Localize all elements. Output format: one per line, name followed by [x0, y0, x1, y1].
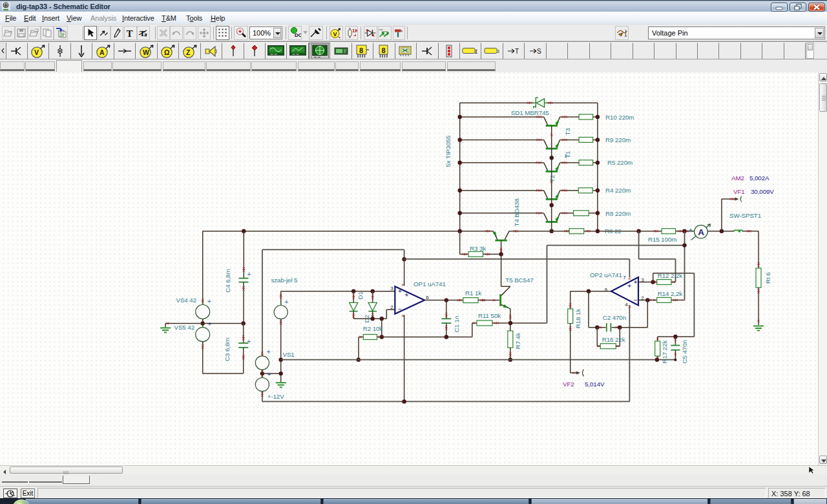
svg-text:VS5 42: VS5 42 — [174, 324, 195, 331]
svg-text:4: 4 — [625, 302, 628, 308]
svg-text:VS1: VS1 — [283, 351, 295, 358]
svg-text:+: + — [398, 288, 402, 295]
svg-text:OP1 uA741: OP1 uA741 — [414, 280, 446, 288]
svg-text:R18 1k: R18 1k — [574, 309, 581, 329]
svg-text:R7 4k: R7 4k — [514, 333, 521, 349]
svg-text:VF1: VF1 — [733, 188, 745, 195]
svg-text:S: S — [537, 48, 541, 55]
svg-text:+: + — [247, 271, 251, 278]
svg-text:AM2: AM2 — [731, 174, 744, 182]
svg-text:Ω: Ω — [164, 48, 169, 56]
svg-text:OP2 uA741: OP2 uA741 — [590, 271, 622, 278]
svg-text:R16 22k: R16 22k — [602, 336, 625, 343]
svg-text:R1 1k: R1 1k — [465, 289, 481, 297]
svg-text:R2 10k: R2 10k — [363, 325, 383, 332]
svg-text:3: 3 — [390, 286, 393, 291]
svg-text:+: + — [627, 282, 631, 289]
svg-text:R10 220m: R10 220m — [605, 114, 634, 121]
svg-text:R8 220m: R8 220m — [605, 210, 631, 217]
svg-text:SD1 MBR745: SD1 MBR745 — [511, 109, 550, 116]
svg-text:A: A — [698, 227, 704, 237]
svg-text:T: T — [515, 48, 519, 55]
svg-text:C1 1n: C1 1n — [453, 316, 460, 333]
svg-text:7: 7 — [623, 275, 626, 280]
svg-text:7: 7 — [475, 49, 477, 54]
svg-text:A: A — [99, 48, 105, 56]
svg-text:+: + — [285, 299, 289, 306]
svg-text:R11 50k: R11 50k — [478, 312, 501, 319]
svg-text:DC: DC — [295, 32, 301, 38]
svg-text:D1: D1 — [357, 291, 364, 299]
svg-text:30,009V: 30,009V — [751, 188, 774, 195]
svg-text:+: + — [207, 298, 211, 305]
svg-text:C3 6,8m: C3 6,8m — [224, 338, 231, 361]
svg-text:+: + — [405, 291, 409, 299]
svg-text:R15 100m: R15 100m — [648, 236, 676, 243]
svg-text:6: 6 — [426, 295, 429, 300]
svg-text:+: + — [267, 371, 271, 378]
svg-text:T5 BC547: T5 BC547 — [505, 277, 533, 284]
svg-text:+: + — [634, 278, 638, 286]
svg-text:−: − — [634, 297, 638, 304]
svg-text:V: V — [34, 48, 39, 56]
svg-text:6: 6 — [605, 287, 608, 293]
svg-text:R17 22k: R17 22k — [661, 341, 668, 364]
svg-text:R5 220m: R5 220m — [607, 159, 633, 166]
svg-text:5,014V: 5,014V — [585, 381, 605, 388]
svg-text:+: + — [247, 338, 251, 345]
svg-text:VF2: VF2 — [563, 381, 574, 388]
svg-text:+-12V: +-12V — [267, 393, 284, 400]
svg-text:5,002A: 5,002A — [749, 174, 769, 182]
svg-text:SW-SPST1: SW-SPST1 — [729, 212, 761, 219]
svg-text:T4 BD438: T4 BD438 — [513, 198, 520, 227]
svg-text:W: W — [143, 48, 149, 56]
svg-text:2: 2 — [390, 304, 393, 310]
svg-text:+: + — [267, 348, 271, 355]
svg-text:szab-jel 5: szab-jel 5 — [271, 277, 298, 284]
svg-text:Rt 6: Rt 6 — [764, 272, 771, 284]
svg-text:R9 220m: R9 220m — [605, 136, 631, 143]
svg-text:T3: T3 — [564, 128, 571, 136]
svg-text:1K: 1K — [352, 28, 357, 34]
svg-text:3: 3 — [497, 49, 499, 54]
svg-text:8: 8 — [381, 47, 385, 54]
svg-text:T1: T1 — [564, 151, 571, 158]
svg-text:R3 3k: R3 3k — [470, 245, 486, 252]
svg-text:VS4 42: VS4 42 — [176, 297, 197, 304]
svg-text:T: T — [126, 29, 132, 37]
svg-text:V: V — [333, 31, 337, 37]
svg-text:R4 220m: R4 220m — [605, 187, 631, 194]
svg-text:−: − — [398, 306, 402, 313]
svg-text:T2: T2 — [549, 175, 556, 182]
svg-text:C5 470n: C5 470n — [681, 340, 688, 363]
svg-text:R14 2,2k: R14 2,2k — [658, 290, 683, 297]
svg-text:C2 470n: C2 470n — [603, 314, 626, 321]
svg-text:5x TIP3055: 5x TIP3055 — [445, 135, 452, 167]
svg-text:8: 8 — [359, 47, 363, 54]
svg-text:+: + — [208, 320, 212, 328]
svg-text:C4 6,8m: C4 6,8m — [224, 269, 231, 292]
svg-text:Z: Z — [186, 48, 191, 56]
